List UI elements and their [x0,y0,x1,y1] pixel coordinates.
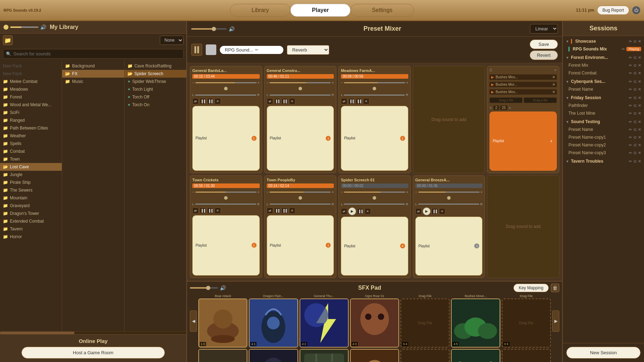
sc-next-btn[interactable]: ▐▐ [282,98,288,104]
session-item-forest-mix[interactable]: Forest Mix ✏ ⊙ ✕ [563,61,644,69]
edit-icon[interactable]: ✏ [629,143,632,147]
vol-plus[interactable]: + [258,190,260,194]
sfx-image-bushes[interactable]: 4 5 [451,298,500,348]
linear-select[interactable]: Linear [530,24,558,34]
lib-item-fx[interactable]: 📂FX [62,70,124,78]
tab-player[interactable]: Player [290,4,350,17]
session-item-pathfinder[interactable]: Pathfinder ✏ ⊙ ✕ [563,102,644,109]
preset-volume-knob[interactable] [212,27,216,31]
item-close[interactable]: ✕ [552,83,555,86]
vol-minus[interactable]: − [267,190,269,194]
sc-shuffle-btn[interactable]: ⇌ [341,208,347,215]
pan-knob[interactable] [447,196,451,200]
vol-minus[interactable]: − [341,190,343,194]
sc-play-btn[interactable]: ▶ [423,207,431,215]
delete-session-icon[interactable]: ✕ [638,55,641,60]
sc-pan-track[interactable] [270,204,331,205]
lib-item-pirate-ship[interactable]: 📁Pirate Ship [0,179,62,186]
session-item-preset-copy2[interactable]: Preset Name-copy2 ✏ ⊙ ✕ [563,141,644,149]
sc-pan-track[interactable] [344,95,405,96]
revert-button[interactable]: Revert [530,50,558,60]
vol-minus[interactable]: − [192,81,194,85]
copy-icon[interactable]: ⊙ [633,135,637,140]
lib-item-mountain[interactable]: 📁Mountain [0,194,62,202]
lib-item-ranged[interactable]: 📁Ranged [0,116,62,124]
sfx-image-boar[interactable]: 1 0 [198,298,247,348]
session-item-rpg-sounds-mix[interactable]: RPG Sounds Mix ✏ Playing [563,45,644,53]
item-close[interactable]: ✕ [552,90,555,94]
lib-item-lost-cave[interactable]: 📂Lost Cave [0,163,62,171]
sc-volume-slider[interactable] [270,82,331,83]
delete-icon[interactable]: ✕ [638,151,641,155]
copy-icon[interactable]: ⊙ [633,151,637,155]
sfx-image-carriage[interactable]: 1 7 [198,349,247,362]
lib-item-music[interactable]: 📁Music [62,78,124,85]
delete-icon[interactable]: ✕ [638,135,641,140]
lib-item-forest[interactable]: 📁Forest [0,93,62,101]
edit-icon[interactable]: ✏ [629,111,632,116]
session-group-header-tavern[interactable]: ▼ Tavern Troubles ✏ ⊙ ✕ [563,157,644,165]
copy-session-icon[interactable]: ⊙ [633,55,637,60]
sfx-image-spider2[interactable]: 4 C [451,349,500,362]
vol-plus[interactable]: + [332,81,334,85]
lib-item-combat[interactable]: 📁Combat [0,147,62,155]
sc-shuffle-btn[interactable]: ⇌ [267,207,273,214]
sc-playlist-btn[interactable]: Playlist 1 [267,215,334,276]
pan-knob[interactable] [224,87,228,90]
lib-item-dragons-tower[interactable]: 📁Dragon's Tower [0,210,62,217]
search-input[interactable] [13,51,180,56]
sc-shuffle-btn[interactable]: ⇌ [192,98,199,104]
lib-item-torch-off[interactable]: ✦Torch Off [125,93,186,101]
session-item-preset-name[interactable]: Preset Name ✏ ⊙ ✕ [563,126,644,133]
sc-delete-btn[interactable]: ✕ [363,98,369,104]
delete-session-icon[interactable]: ✕ [638,79,641,84]
sc-delete-btn[interactable]: ✕ [439,208,445,215]
session-item-forest-combat[interactable]: Forest Combat ✏ ⊙ ✕ [563,69,644,77]
tab-settings[interactable]: Settings [350,4,414,17]
sc-delete-btn[interactable]: ✕ [289,98,295,104]
session-group-header-cyber[interactable]: ▼ Cyberqunk Ses... ✏ ⊙ ✕ [563,78,644,85]
key-mapping-button[interactable]: Key Mapping [513,284,549,292]
sfx-image-ogre[interactable]: 4 3 [350,298,399,348]
vol-plus[interactable]: + [258,81,260,85]
delete-session-icon[interactable]: ✕ [638,96,641,100]
copy-session-icon[interactable]: ⊙ [633,96,637,100]
lib-item-cave-rocks[interactable]: 📁Cave RocksRattling [125,62,186,70]
save-button[interactable]: Save [530,40,558,49]
sc-playlist-btn[interactable]: Playlist 1 [267,106,334,171]
pan-knob[interactable] [299,196,302,200]
copy-icon[interactable]: ⊙ [633,87,637,92]
vol-minus[interactable]: − [415,190,417,194]
sc-prev-btn[interactable]: ▐▐ [200,207,206,214]
copy-icon[interactable]: ⊙ [633,143,637,147]
sc-shuffle-btn[interactable]: ⇌ [192,207,199,214]
sfx-image-melee[interactable]: 4 A [350,349,399,362]
copy-icon[interactable]: ⊙ [633,63,637,68]
sc-shuffle-btn[interactable]: ⇌ [341,98,347,104]
delete-session-icon[interactable]: ✕ [638,120,641,124]
lib-item-jungle[interactable]: 📁Jungle [0,171,62,179]
library-volume-control[interactable]: 🔊 [4,24,46,30]
session-item-preset-copy1[interactable]: Preset Name-copy1 ✏ ⊙ ✕ [563,133,644,141]
edit-icon[interactable]: ✏ [629,63,632,68]
sc-close-btn[interactable]: ✕ [554,68,557,72]
sc-shuffle-btn[interactable]: ⇌ [267,98,273,104]
copy-session-icon[interactable]: ⊙ [633,159,637,164]
lib-item-meadows[interactable]: 📁Meadows [0,85,62,93]
sfx-image-empty-4[interactable]: Drag File 0 D [502,349,551,362]
edit-icon[interactable]: ✏ [629,151,632,155]
sc-pan-track[interactable] [344,204,405,205]
sc-next-btn[interactable]: ▐▐ [207,207,213,214]
edit-session-icon[interactable]: ✏ [629,39,632,44]
delete-icon[interactable]: ✕ [638,63,641,68]
sfx-volume-track[interactable] [190,287,218,289]
sc-volume-slider[interactable] [270,192,331,193]
lib-item-melee-combat[interactable]: 📁Melee Combat [0,78,62,85]
sc-volume-slider[interactable] [344,82,405,83]
vol-plus[interactable]: + [406,81,408,85]
lib-item-horror[interactable]: 📁Horror [0,233,62,241]
edit-session-icon[interactable]: ✏ [629,96,632,100]
sfx-image-empty-1[interactable]: Drag File 0 4 [401,298,450,348]
volume-knob[interactable] [4,25,8,30]
reverb-select[interactable]: Reverb [287,45,329,55]
